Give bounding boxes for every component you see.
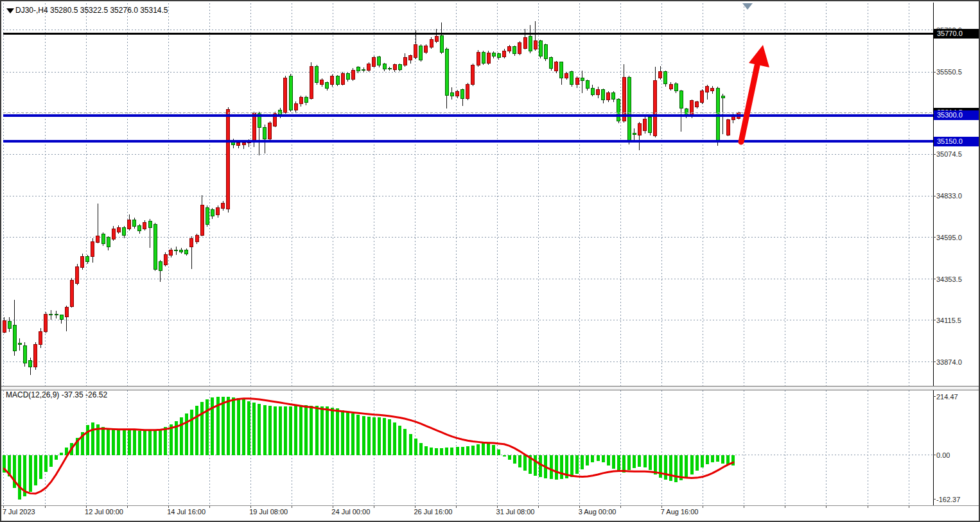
time-axis-label[interactable]: 7 Aug 16:00 xyxy=(661,508,699,516)
macd-histogram-bar xyxy=(274,406,277,455)
macd-histogram-bar xyxy=(398,426,401,455)
macd-histogram-bar xyxy=(195,406,198,455)
macd-histogram-bar xyxy=(206,399,209,455)
bear-candle xyxy=(679,91,683,109)
bull-candle xyxy=(477,52,480,65)
bear-candle xyxy=(612,93,615,100)
symbol-dropdown-icon[interactable] xyxy=(6,8,14,13)
bull-candle xyxy=(320,80,324,85)
macd-histogram-bar xyxy=(555,455,558,480)
chart-window: DJ30-,H4 35280.5 35322.5 35276.0 35314.5… xyxy=(0,0,980,522)
macd-histogram-bar xyxy=(185,413,188,455)
bull-candle xyxy=(534,41,537,49)
macd-histogram-bar xyxy=(597,455,600,461)
macd-histogram-bar xyxy=(497,449,500,455)
bear-candle xyxy=(664,72,667,83)
bear-candle xyxy=(674,83,678,91)
time-axis-label[interactable]: 12 Jul 00:00 xyxy=(85,508,123,516)
trend-arrow-head[interactable] xyxy=(749,45,769,67)
bear-candle xyxy=(544,44,547,59)
macd-histogram-bar xyxy=(393,422,396,455)
bear-candle xyxy=(138,225,141,231)
bull-candle xyxy=(414,45,417,58)
bear-candle xyxy=(180,250,183,252)
bear-candle xyxy=(185,250,188,254)
macd-histogram-bar xyxy=(701,455,704,467)
bear-candle xyxy=(482,52,485,64)
bear-candle xyxy=(304,98,308,103)
bull-candle xyxy=(351,71,354,79)
macd-histogram-bar xyxy=(232,397,235,455)
bull-candle xyxy=(466,85,469,99)
time-axis-separator xyxy=(1,505,980,506)
macd-histogram-bar xyxy=(664,455,667,480)
panel-separator[interactable] xyxy=(1,386,980,390)
macd-histogram-bar xyxy=(503,455,506,457)
macd-histogram-bar xyxy=(107,429,110,455)
bear-candle xyxy=(591,88,594,94)
bull-candle xyxy=(3,320,6,332)
time-axis-label[interactable]: 26 Jul 16:00 xyxy=(414,508,452,516)
time-axis-label[interactable]: 14 Jul 16:00 xyxy=(167,508,206,516)
bear-candle xyxy=(263,127,267,139)
macd-histogram-bar xyxy=(706,455,709,464)
bear-candle xyxy=(148,221,152,227)
macd-histogram-bar xyxy=(268,406,272,455)
macd-histogram-bar xyxy=(60,453,63,455)
macd-histogram-bar xyxy=(200,402,204,455)
bull-candle xyxy=(242,143,245,144)
macd-histogram-bar xyxy=(29,455,32,492)
bull-candle xyxy=(195,236,198,241)
bear-candle xyxy=(101,234,105,243)
trend-arrow-shaft[interactable] xyxy=(741,65,757,142)
price-chart-canvas[interactable] xyxy=(1,1,980,522)
bear-candle xyxy=(721,96,724,98)
macd-histogram-bar xyxy=(190,410,193,455)
bull-candle xyxy=(456,92,459,96)
bear-candle xyxy=(440,36,443,53)
macd-histogram-bar xyxy=(685,455,688,478)
macd-histogram-bar xyxy=(461,447,464,455)
time-axis-label[interactable]: 24 Jul 00:00 xyxy=(331,508,370,516)
bull-candle xyxy=(44,314,48,331)
time-axis-label[interactable]: 3 Aug 00:00 xyxy=(579,508,617,516)
bear-candle xyxy=(18,344,21,345)
macd-indicator-label: MACD(12,26,9) -37.35 -26.52 xyxy=(6,390,107,399)
bear-candle xyxy=(445,49,448,96)
bull-candle xyxy=(294,104,297,110)
macd-histogram-bar xyxy=(284,406,287,455)
macd-histogram-bar xyxy=(304,405,308,455)
macd-histogram-bar xyxy=(372,417,376,455)
bull-candle xyxy=(284,78,287,112)
bear-candle xyxy=(378,57,381,65)
time-axis-label[interactable]: 31 Jul 08:00 xyxy=(496,508,535,516)
macd-histogram-bar xyxy=(86,425,89,455)
macd-histogram-bar xyxy=(123,430,126,455)
bear-candle xyxy=(388,68,391,69)
macd-histogram-bar xyxy=(258,404,261,455)
macd-histogram-bar xyxy=(430,448,433,455)
macd-histogram-bar xyxy=(575,455,579,474)
bear-candle xyxy=(60,315,63,320)
macd-axis-label: -162.37 xyxy=(936,495,960,504)
bear-candle xyxy=(581,78,584,81)
bull-candle xyxy=(597,90,600,95)
macd-histogram-bar xyxy=(440,448,443,455)
macd-histogram-bar xyxy=(612,455,615,469)
bull-candle xyxy=(435,37,438,42)
time-axis-label[interactable]: 7 Jul 2023 xyxy=(3,508,35,516)
macd-histogram-bar xyxy=(180,417,183,455)
bear-candle xyxy=(419,46,423,60)
price-axis-label: 35550.5 xyxy=(936,67,962,76)
bull-candle xyxy=(471,65,475,85)
bull-candle xyxy=(487,53,490,64)
bear-candle xyxy=(550,58,553,69)
bull-candle xyxy=(76,266,79,283)
time-axis-label[interactable]: 19 Jul 08:00 xyxy=(249,508,288,516)
macd-histogram-bar xyxy=(409,434,412,455)
bull-candle xyxy=(252,113,256,141)
macd-histogram-bar xyxy=(222,397,225,455)
macd-histogram-bar xyxy=(356,415,360,455)
macd-axis-label: 214.47 xyxy=(936,392,958,401)
bear-candle xyxy=(86,256,89,261)
